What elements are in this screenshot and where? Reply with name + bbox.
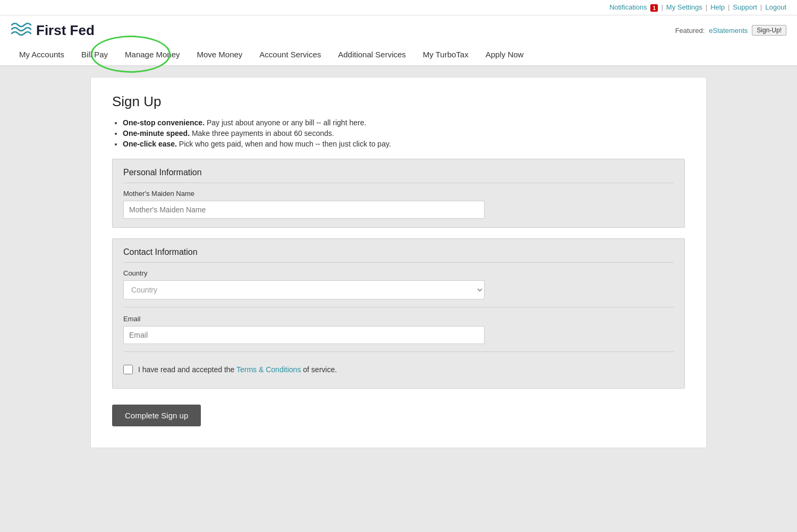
- nav-item-additional-services[interactable]: Additional Services: [329, 44, 414, 65]
- bullet-1-text: Pay just about anyone or any bill -- all…: [207, 118, 366, 127]
- personal-info-title: Personal Information: [123, 168, 674, 183]
- email-label: Email: [123, 315, 674, 323]
- terms-link[interactable]: Terms & Conditions: [236, 365, 301, 374]
- nav-item-bill-pay[interactable]: Bill Pay: [73, 44, 116, 65]
- bullet-1: One-stop convenience. Pay just about any…: [123, 118, 685, 127]
- nav-item-account-services[interactable]: Account Services: [251, 44, 329, 65]
- terms-divider: [123, 351, 674, 352]
- intro-list: One-stop convenience. Pay just about any…: [123, 118, 685, 148]
- bullet-1-bold: One-stop convenience.: [123, 118, 205, 127]
- terms-suffix: of service.: [301, 365, 337, 374]
- nav-item-apply-now[interactable]: Apply Now: [477, 44, 532, 65]
- separator-1: |: [661, 3, 663, 11]
- waves-svg: [11, 21, 32, 38]
- support-link[interactable]: Support: [733, 3, 757, 11]
- nav-item-my-accounts[interactable]: My Accounts: [11, 44, 73, 65]
- country-select[interactable]: Country: [123, 280, 485, 299]
- terms-text: I have read and accepted the Terms & Con…: [138, 365, 337, 374]
- bullet-2-bold: One-minute speed.: [123, 129, 190, 138]
- estatements-link[interactable]: eStatements: [709, 27, 748, 35]
- bullet-3: One-click ease. Pick who gets paid, when…: [123, 140, 685, 148]
- content-card: Sign Up One-stop convenience. Pay just a…: [90, 77, 707, 448]
- separator-4: |: [760, 3, 762, 11]
- page-title: Sign Up: [112, 93, 685, 110]
- contact-info-title: Contact Information: [123, 247, 674, 263]
- country-field-group: Country Country: [123, 269, 674, 299]
- top-bar: Notifications 1 | My Settings | Help | S…: [0, 0, 797, 15]
- nav-item-manage-money[interactable]: Manage Money: [116, 44, 188, 65]
- bullet-2: One-minute speed. Make three payments in…: [123, 129, 685, 138]
- separator-2: |: [706, 3, 707, 11]
- logo-text: First Fed: [36, 22, 95, 39]
- maiden-name-input[interactable]: [123, 201, 485, 219]
- nav-item-my-turbotax[interactable]: My TurboTax: [414, 44, 477, 65]
- main-content: Sign Up One-stop convenience. Pay just a…: [80, 66, 717, 459]
- nav-item-move-money[interactable]: Move Money: [188, 44, 251, 65]
- logo-area: First Fed: [11, 21, 95, 40]
- main-nav: My Accounts Bill Pay Manage Money Move M…: [11, 44, 786, 65]
- terms-prefix: I have read and accepted the: [138, 365, 236, 374]
- complete-signup-button[interactable]: Complete Sign up: [112, 405, 201, 426]
- bullet-3-text: Pick who gets paid, when and how much --…: [179, 140, 391, 148]
- email-field-group: Email: [123, 315, 674, 344]
- nav-circle-area: Bill Pay Manage Money: [73, 44, 188, 65]
- contact-divider: [123, 307, 674, 307]
- maiden-name-label: Mother's Maiden Name: [123, 190, 674, 198]
- featured-area: Featured: eStatements Sign-Up!: [675, 25, 786, 36]
- header: First Fed Featured: eStatements Sign-Up!…: [0, 15, 797, 66]
- notifications-label: Notifications: [609, 3, 647, 11]
- logo-waves-icon: [11, 21, 32, 40]
- bullet-3-bold: One-click ease.: [123, 140, 177, 148]
- notifications-badge: 1: [650, 4, 658, 12]
- email-input[interactable]: [123, 326, 485, 344]
- my-settings-link[interactable]: My Settings: [666, 3, 702, 11]
- terms-checkbox[interactable]: [123, 365, 133, 374]
- country-label: Country: [123, 269, 674, 277]
- notifications-link[interactable]: Notifications 1: [609, 3, 658, 12]
- logout-link[interactable]: Logout: [765, 3, 786, 11]
- separator-3: |: [728, 3, 730, 11]
- bullet-2-text: Make three payments in about 60 seconds.: [192, 129, 334, 138]
- maiden-name-field-group: Mother's Maiden Name: [123, 190, 674, 219]
- help-link[interactable]: Help: [710, 3, 725, 11]
- header-signup-button[interactable]: Sign-Up!: [752, 25, 786, 36]
- contact-info-section: Contact Information Country Country Emai…: [112, 238, 685, 389]
- personal-info-section: Personal Information Mother's Maiden Nam…: [112, 159, 685, 228]
- terms-area: I have read and accepted the Terms & Con…: [123, 359, 674, 380]
- featured-label: Featured:: [675, 27, 705, 35]
